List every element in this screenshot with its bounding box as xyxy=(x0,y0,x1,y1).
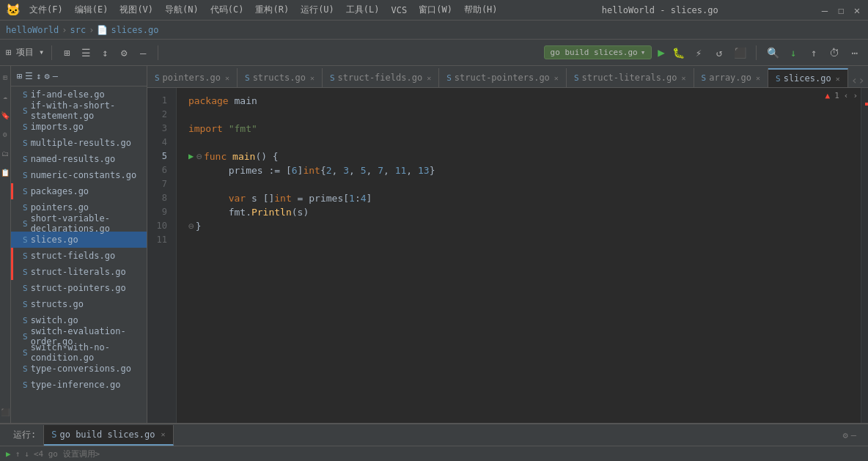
menu-tools[interactable]: 工具(L) xyxy=(343,4,383,16)
run-label-tab[interactable]: 运行: xyxy=(6,425,44,446)
sidebar-icon-3[interactable]: 🔖 xyxy=(0,107,10,123)
run-button[interactable]: ▶ xyxy=(658,45,665,59)
file-tree-list: S if-and-else.go S if-with-a-short-state… xyxy=(11,86,147,393)
tab-struct-fields[interactable]: S struct-fields.go ✕ xyxy=(323,68,439,87)
code-content[interactable]: package main import "fmt" ▶ ⊖ func main(… xyxy=(177,88,861,423)
code-editor[interactable]: 1 2 3 4 5 6 7 8 9 10 11 package main xyxy=(147,88,868,423)
breadcrumb-current-file[interactable]: slices.go xyxy=(111,25,158,35)
tree-item-packages[interactable]: S packages.go xyxy=(11,183,147,199)
tree-item-if-short[interactable]: S if-with-a-short-statement.go xyxy=(11,103,147,119)
maximize-button[interactable]: ☐ xyxy=(836,5,846,15)
go-build-button[interactable]: go build slices.go ▾ xyxy=(544,45,652,59)
tab-struct-literals[interactable]: S struct-literals.go ✕ xyxy=(567,68,694,87)
tree-item-struct-pointers[interactable]: S struct-pointers.go xyxy=(11,280,147,296)
sidebar-icon-4[interactable]: ⚙ xyxy=(0,126,10,142)
go-file-icon: S xyxy=(23,284,28,293)
tree-settings-icon[interactable]: ⚙ xyxy=(44,71,49,81)
menu-navigate[interactable]: 导航(N) xyxy=(162,4,202,16)
go-build-label: go build slices.go xyxy=(551,48,638,57)
tree-item-short-var[interactable]: S short-variable-declarations.go xyxy=(11,215,147,232)
tree-item-struct-literals[interactable]: S struct-literals.go xyxy=(11,264,147,280)
tab-pointers[interactable]: S pointers.go ✕ xyxy=(147,68,238,87)
bottom-settings-icon[interactable]: ⚙ xyxy=(843,430,848,440)
search-icon[interactable]: 🔍 xyxy=(765,45,780,60)
coverage-icon[interactable]: ⚡ xyxy=(691,45,706,60)
history-icon[interactable]: ⏱ xyxy=(827,45,842,60)
sidebar-icon-6[interactable]: 📋 xyxy=(0,164,10,180)
tab-slices[interactable]: S slices.go ✕ xyxy=(768,68,848,87)
breadcrumb-src[interactable]: src xyxy=(70,25,86,35)
layout-icon[interactable]: ⊞ xyxy=(59,45,74,60)
go-build-dropdown-icon[interactable]: ▾ xyxy=(641,48,646,57)
collapse-icon[interactable]: — xyxy=(136,45,150,60)
run-scroll-down[interactable]: ↓ xyxy=(24,449,29,459)
tab-close-struct-fields[interactable]: ✕ xyxy=(427,74,431,82)
run-scroll-up[interactable]: ↑ xyxy=(15,449,21,459)
settings-icon[interactable]: ⚙ xyxy=(117,45,131,60)
close-button[interactable]: ✕ xyxy=(852,5,862,15)
tab-close-structs[interactable]: ✕ xyxy=(310,74,315,82)
vcs-push-icon[interactable]: ↑ xyxy=(806,45,821,60)
breadcrumb-file[interactable]: 📄 xyxy=(97,25,108,35)
tree-item-numeric-constants[interactable]: S numeric-constants.go xyxy=(11,167,147,183)
tree-item-struct-fields[interactable]: S struct-fields.go xyxy=(11,248,147,264)
line-num-1: 1 xyxy=(147,94,167,108)
list-icon[interactable]: ☰ xyxy=(78,45,93,60)
sidebar-icon-7[interactable]: ⬛ xyxy=(0,404,10,420)
sidebar-icon-5[interactable]: 🗂 xyxy=(0,145,10,161)
tab-array[interactable]: S array.go ✕ xyxy=(694,68,768,87)
tab-close-struct-pointers[interactable]: ✕ xyxy=(554,74,559,82)
menu-run[interactable]: 运行(U) xyxy=(298,4,337,16)
tree-item-type-inf[interactable]: S type-inference.go xyxy=(11,377,147,393)
menu-help[interactable]: 帮助(H) xyxy=(461,4,501,16)
tree-item-slices[interactable]: S slices.go xyxy=(11,232,147,248)
tree-item-type-conv[interactable]: S type-conversions.go xyxy=(11,361,147,377)
tab-close-array[interactable]: ✕ xyxy=(756,74,760,82)
toolbar-separator-2 xyxy=(158,45,158,60)
bottom-tab-close[interactable]: ✕ xyxy=(161,430,166,438)
nav-next-icon[interactable]: › xyxy=(853,91,858,100)
bottom-minimize-icon[interactable]: — xyxy=(851,430,856,440)
tree-layout-icon[interactable]: ⊞ xyxy=(17,71,22,81)
menu-file[interactable]: 文件(F) xyxy=(26,4,66,16)
tree-collapse-icon[interactable]: — xyxy=(53,71,58,81)
line-num-10: 10 xyxy=(147,219,167,233)
tree-item-structs[interactable]: S structs.go xyxy=(11,296,147,312)
menu-code[interactable]: 代码(C) xyxy=(207,4,247,16)
tab-struct-pointers[interactable]: S struct-pointers.go ✕ xyxy=(439,68,567,87)
tab-scroll-right[interactable]: › xyxy=(858,73,865,87)
tab-scroll-left[interactable]: ‹ xyxy=(851,73,858,87)
refresh-icon[interactable]: ↺ xyxy=(712,45,727,60)
menu-view[interactable]: 视图(V) xyxy=(117,4,156,16)
tab-structs[interactable]: S structs.go ✕ xyxy=(238,68,323,87)
stop-icon[interactable]: ⬛ xyxy=(732,45,747,60)
tab-label-struct-literals: struct-literals.go xyxy=(582,73,677,83)
tree-item-named-results[interactable]: S named-results.go xyxy=(11,151,147,167)
tab-close-slices[interactable]: ✕ xyxy=(836,75,840,83)
menu-edit[interactable]: 编辑(E) xyxy=(72,4,111,16)
tree-item-switch-no-cond[interactable]: S switch-with-no-condition.go xyxy=(11,344,147,361)
line-num-4: 4 xyxy=(147,136,167,150)
project-label[interactable]: 项目 ▾ xyxy=(16,46,44,59)
more-icon[interactable]: ⋯ xyxy=(847,45,862,60)
sidebar-icon-2[interactable]: ☁ xyxy=(0,88,10,104)
sidebar-icon-1[interactable]: ⊞ xyxy=(0,69,10,85)
main-layout: ⊞ ☁ 🔖 ⚙ 🗂 📋 ⬛ ⊞ ☰ ↕ ⚙ — S if-and-else.go… xyxy=(0,66,868,423)
breadcrumb-project[interactable]: helloWorld xyxy=(6,25,59,35)
bottom-tab-go-build[interactable]: S go build slices.go ✕ xyxy=(44,425,173,446)
tree-list-icon[interactable]: ☰ xyxy=(25,71,33,81)
menu-window[interactable]: 窗口(W) xyxy=(416,4,455,16)
tab-close-struct-literals[interactable]: ✕ xyxy=(682,74,686,82)
menu-refactor[interactable]: 重构(R) xyxy=(252,4,292,16)
tree-item-imports[interactable]: S imports.go xyxy=(11,119,147,135)
menu-vcs[interactable]: VCS xyxy=(389,5,411,15)
sort-icon[interactable]: ↕ xyxy=(98,45,112,60)
vcs-update-icon[interactable]: ↓ xyxy=(786,45,801,60)
nav-prev-icon[interactable]: ‹ xyxy=(844,91,849,100)
run-down-icon[interactable]: ▶ xyxy=(6,449,11,459)
tab-close-pointers[interactable]: ✕ xyxy=(225,74,229,82)
minimize-button[interactable]: — xyxy=(820,5,830,15)
debug-icon[interactable]: 🐛 xyxy=(671,45,685,60)
tree-item-multiple-results[interactable]: S multiple-results.go xyxy=(11,135,147,151)
tree-sort-icon[interactable]: ↕ xyxy=(36,71,41,81)
